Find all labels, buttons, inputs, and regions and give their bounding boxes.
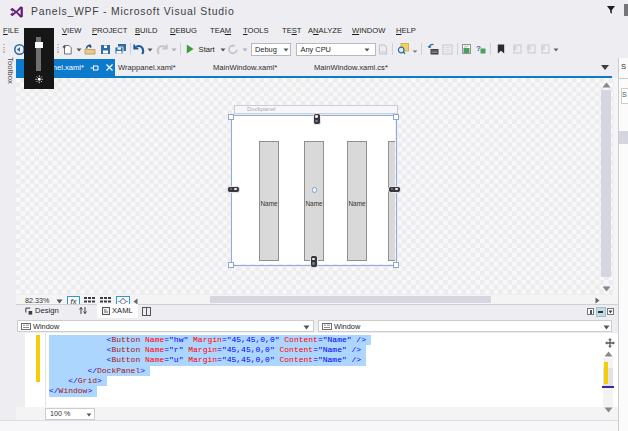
svg-text:?: ?: [476, 44, 481, 53]
